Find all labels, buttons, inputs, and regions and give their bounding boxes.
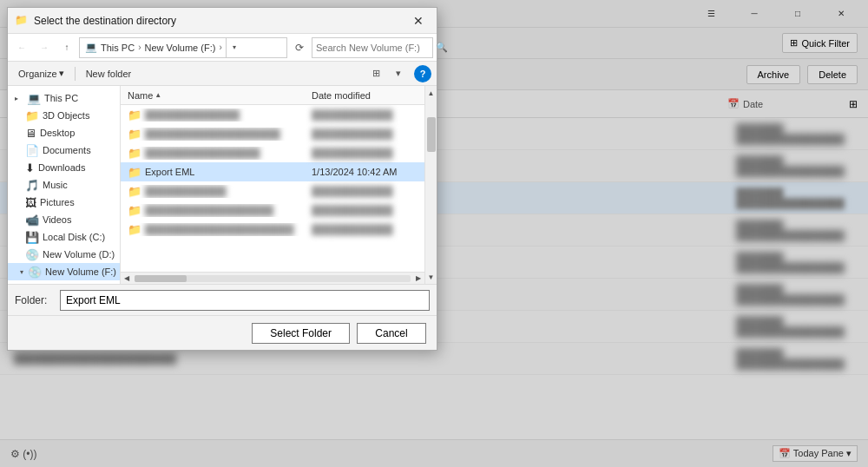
col-date-header[interactable]: Date modified [308, 90, 421, 101]
tree-item-documents[interactable]: 📄 Documents [8, 141, 120, 159]
select-folder-button[interactable]: Select Folder [252, 323, 350, 344]
file-list-header: Name ▲ Date modified [121, 86, 424, 105]
file-row[interactable]: 📁 █████████████████ ████████████ [121, 143, 424, 162]
scroll-up-button[interactable]: ▲ [425, 86, 437, 100]
path-this-pc: 💻 [85, 42, 97, 53]
file-name-text: ██████████████████████ [145, 224, 293, 234]
file-rows: 📁 ██████████████ ████████████ 📁 ████████… [121, 105, 424, 272]
folder-icon-export: 📁 [128, 166, 141, 179]
folder-icon: 📁 [128, 223, 141, 236]
folder-icon: 📁 [128, 147, 141, 160]
vertical-scrollbar[interactable]: ▲ ▼ [424, 86, 437, 284]
3dobjects-icon: 📁 [25, 109, 39, 122]
tree-item-newvolume-d[interactable]: 💿 New Volume (D:) [8, 246, 120, 263]
search-box[interactable]: 🔍 [312, 37, 433, 58]
file-row[interactable]: 📁 ████████████████████ ████████████ [121, 124, 424, 143]
tree-label-localdisk: Local Disk (C:) [43, 232, 105, 242]
tree-item-newvolume-f[interactable]: ▾ 💿 New Volume (F:) [8, 263, 120, 280]
folder-icon: 📁 [128, 109, 141, 122]
videos-icon: 📹 [25, 214, 39, 227]
col-name-header[interactable]: Name ▲ [124, 90, 308, 101]
sort-arrow: ▲ [155, 91, 161, 99]
toolbar-right: ⊞ ▾ ? [365, 64, 431, 83]
dialog-toolbar: Organize ▾ New folder ⊞ ▾ ? [8, 62, 437, 86]
file-row-export-eml[interactable]: 📁 Export EML 1/13/2024 10:42 AM [121, 162, 424, 181]
localdisk-icon: 💾 [25, 231, 39, 244]
tree-label-downloads: Downloads [38, 162, 85, 173]
file-name-text: ███████████████████ [145, 205, 273, 215]
back-button[interactable]: ← [11, 37, 32, 58]
path-separator-1: › [138, 43, 141, 52]
toolbar-separator [75, 67, 76, 81]
music-icon: 🎵 [25, 179, 39, 192]
file-name: 📁 ██████████████████████ [124, 223, 308, 236]
file-row[interactable]: 📁 ██████████████████████ ████████████ [121, 220, 424, 239]
view-dropdown-button[interactable]: ▾ [388, 64, 409, 83]
file-name: 📁 ████████████ [124, 185, 308, 198]
dialog-folder-icon: 📁 [15, 14, 29, 28]
address-path[interactable]: 💻 This PC › New Volume (F:) › ▾ [79, 37, 287, 58]
up-button[interactable]: ↑ [56, 37, 77, 58]
file-name-export: 📁 Export EML [124, 166, 308, 179]
file-name-text: ██████████████ [145, 109, 240, 120]
newvolumef-icon: 💿 [28, 266, 42, 279]
documents-icon: 📄 [25, 144, 39, 157]
path-dropdown-button[interactable]: ▾ [226, 37, 243, 58]
file-row[interactable]: 📁 ██████████████ ████████████ [121, 105, 424, 124]
dialog-titlebar: 📁 Select the destination directory ✕ [8, 8, 437, 34]
folder-input[interactable] [60, 290, 430, 311]
folder-icon: 📁 [128, 185, 141, 198]
refresh-button[interactable]: ⟳ [289, 37, 310, 58]
file-date-export: 1/13/2024 10:42 AM [308, 167, 421, 177]
tree-item-desktop[interactable]: 🖥 Desktop [8, 124, 120, 141]
file-date: ████████████ [308, 109, 421, 120]
dialog-title: Select the destination directory [34, 15, 402, 27]
file-panel: Name ▲ Date modified 📁 ██████████████ ██… [121, 86, 424, 284]
desktop-icon: 🖥 [25, 127, 36, 140]
scroll-track[interactable] [135, 275, 411, 282]
file-row[interactable]: 📁 ████████████ ████████████ [121, 181, 424, 201]
scroll-thumb-vertical[interactable] [427, 117, 436, 152]
scroll-left-button[interactable]: ◀ [121, 273, 133, 285]
tree-item-videos[interactable]: 📹 Videos [8, 211, 120, 228]
cancel-button[interactable]: Cancel [357, 323, 426, 344]
tree-item-3dobjects[interactable]: 📁 3D Objects [8, 107, 120, 124]
organize-button[interactable]: Organize ▾ [13, 66, 69, 81]
button-bar: Select Folder Cancel [8, 315, 437, 350]
tree-label-videos: Videos [43, 214, 71, 225]
tree-label-newvolume-f: New Volume (F:) [45, 266, 116, 277]
folder-bar: Folder: [8, 284, 437, 315]
scroll-right-button[interactable]: ▶ [412, 273, 424, 285]
tree-label-thispc: This PC [44, 93, 78, 103]
view-button[interactable]: ⊞ [365, 64, 386, 83]
thispc-icon: 💻 [27, 92, 41, 105]
scroll-thumb[interactable] [135, 275, 187, 282]
organize-label: Organize [18, 69, 57, 79]
file-date: ████████████ [308, 128, 421, 139]
scroll-down-button[interactable]: ▼ [425, 270, 437, 284]
tree-item-thispc[interactable]: ▸ 💻 This PC [8, 89, 120, 107]
tree-item-localdisk[interactable]: 💾 Local Disk (C:) [8, 228, 120, 246]
folder-icon: 📁 [128, 128, 141, 141]
file-name: 📁 ████████████████████ [124, 128, 308, 141]
tree-label-pictures: Pictures [40, 197, 75, 207]
tree-item-music[interactable]: 🎵 Music [8, 176, 120, 194]
help-button[interactable]: ? [414, 65, 431, 82]
horizontal-scrollbar[interactable]: ◀ ▶ [121, 272, 424, 284]
tree-item-downloads[interactable]: ⬇ Downloads [8, 159, 120, 176]
file-name-text: ████████████████████ [145, 128, 280, 139]
forward-button[interactable]: → [34, 37, 55, 58]
new-folder-button[interactable]: New folder [81, 67, 137, 81]
search-input[interactable] [316, 43, 436, 53]
address-bar: ← → ↑ 💻 This PC › New Volume (F:) › ▾ ⟳ … [8, 34, 437, 62]
file-browser-dialog[interactable]: 📁 Select the destination directory ✕ ← →… [7, 7, 437, 351]
tree-item-pictures[interactable]: 🖼 Pictures [8, 194, 120, 211]
path-part-thispc: This PC [101, 43, 135, 53]
pictures-icon: 🖼 [25, 196, 36, 209]
newvolumed-icon: 💿 [25, 248, 39, 261]
file-date: ████████████ [308, 186, 421, 196]
folder-label: Folder: [15, 294, 53, 306]
file-row[interactable]: 📁 ███████████████████ ████████████ [121, 201, 424, 220]
dialog-close-button[interactable]: ✕ [407, 10, 430, 32]
tree-label-3dobjects: 3D Objects [43, 110, 89, 121]
